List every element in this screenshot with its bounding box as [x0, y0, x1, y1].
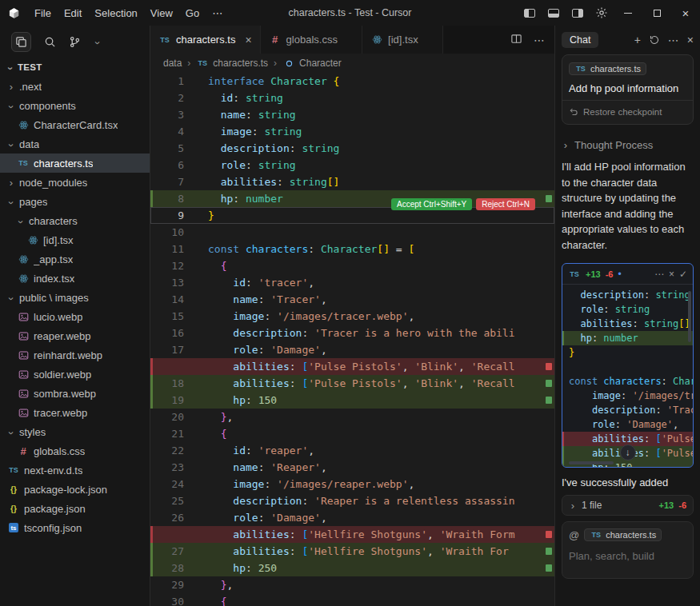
code-line-15[interactable]: 15 image: '/images/tracer.webp',: [150, 308, 554, 325]
code-line-12[interactable]: 12 {: [150, 257, 554, 274]
code-line-11[interactable]: 11const characters: Character[] = [: [150, 241, 554, 257]
breadcrumb-character[interactable]: Character: [282, 58, 342, 69]
chat-close-icon[interactable]: ×: [687, 34, 694, 46]
code-line-25[interactable]: 25 description: 'Reaper is a relentless …: [150, 492, 554, 509]
code-line-26[interactable]: 26 role: 'Damage',: [150, 509, 554, 526]
tree-folder-characters[interactable]: ›characters: [0, 211, 150, 230]
tree-file-reinhardt-webp[interactable]: reinhardt.webp: [0, 345, 150, 365]
tree-folder-next[interactable]: ›.next: [0, 77, 150, 96]
code-line-17[interactable]: 17 role: 'Damage',: [150, 341, 554, 358]
diff-preview[interactable]: description: string role: string abiliti…: [562, 285, 693, 468]
editor-more-icon[interactable]: ⋯: [534, 34, 545, 46]
new-chat-icon[interactable]: +: [634, 34, 641, 46]
tree-file-charactercard-tsx[interactable]: CharacterCard.tsx: [0, 115, 150, 134]
breadcrumb-characters-ts[interactable]: TScharacters.ts: [196, 58, 268, 69]
chevron-down-icon[interactable]: ›: [94, 36, 102, 48]
tree-folder-pages[interactable]: ›pages: [0, 192, 150, 211]
tree-file-index-tsx[interactable]: index.tsx: [0, 269, 150, 288]
code-line-2[interactable]: 2 id: string: [150, 90, 554, 106]
tree-folder-public-images[interactable]: ›public \ images: [0, 288, 150, 307]
reject-button[interactable]: Reject Ctrl+N: [476, 198, 535, 210]
code-line-30[interactable]: 30 {: [150, 593, 554, 606]
code-line-23[interactable]: 23 name: 'Reaper',: [150, 459, 554, 476]
explorer-root[interactable]: › TEST: [0, 58, 150, 77]
breadcrumb-data[interactable]: data: [163, 58, 182, 69]
tree-file-app-tsx[interactable]: _app.tsx: [0, 249, 150, 269]
tree-file-package-json[interactable]: {}package.json: [0, 499, 150, 518]
menu-file[interactable]: File: [28, 7, 58, 19]
layout-panel-right-icon[interactable]: [566, 0, 590, 26]
close-button[interactable]: ×: [671, 0, 700, 26]
code-line-13[interactable]: 13 id: 'tracer',: [150, 274, 554, 291]
layout-panel-left-icon[interactable]: [518, 0, 542, 26]
code-line-24[interactable]: 24 image: '/images/reaper.webp',: [150, 476, 554, 492]
code-line-9[interactable]: 9}Accept Ctrl+Shift+YReject Ctrl+N: [150, 207, 554, 224]
code-line-1[interactable]: 1interface Character {: [150, 73, 554, 90]
menu-selection[interactable]: Selection: [88, 7, 143, 19]
tree-file-soldier-webp[interactable]: soldier.webp: [0, 365, 150, 384]
chat-more-icon[interactable]: ⋯: [668, 34, 679, 46]
maximize-button[interactable]: [642, 0, 671, 26]
code-line-20[interactable]: 20 },: [150, 409, 554, 425]
tab-close-icon[interactable]: ×: [245, 34, 251, 46]
code-line-7[interactable]: 7 abilities: string[]: [150, 173, 554, 190]
history-icon[interactable]: [649, 34, 660, 46]
tree-file-tracer-webp[interactable]: tracer.webp: [0, 403, 150, 422]
code-line-6[interactable]: 6 role: string: [150, 157, 554, 173]
chat-tab[interactable]: Chat: [562, 32, 598, 48]
code-line-5[interactable]: 5 description: string: [150, 140, 554, 157]
diff-accept-icon[interactable]: ✓: [679, 269, 687, 280]
code-line-18[interactable]: 18 abilities: ['Pulse Pistols', 'Blink',…: [150, 375, 554, 392]
tab-id-tsx[interactable]: [id].tsx×: [362, 26, 443, 54]
code-line-19[interactable]: 19 hp: 150: [150, 392, 554, 409]
tab-characters-ts[interactable]: TScharacters.ts×: [150, 26, 261, 54]
code-line-28[interactable]: 28 hp: 250: [150, 560, 554, 576]
code-line-deleted[interactable]: abilities: ['Hellfire Shotguns', 'Wraith…: [150, 526, 554, 543]
menu-edit[interactable]: Edit: [58, 7, 88, 19]
code-line-14[interactable]: 14 name: 'Tracer',: [150, 291, 554, 308]
chat-input[interactable]: @ TS characters.ts Plan, search, build: [562, 521, 694, 579]
menu-view[interactable]: View: [144, 7, 179, 19]
restore-checkpoint-button[interactable]: Restore checkpoint: [569, 106, 686, 118]
files-changed-bar[interactable]: › 1 file +13 -6: [562, 495, 694, 516]
tree-file-characters-ts[interactable]: TScharacters.ts: [0, 153, 150, 173]
settings-gear-icon[interactable]: [590, 0, 614, 26]
code-line-22[interactable]: 22 id: 'reaper',: [150, 442, 554, 459]
code-editor[interactable]: 1interface Character {2 id: string3 name…: [150, 73, 554, 606]
code-line-deleted[interactable]: abilities: ['Pulse Pistols', 'Blink', 'R…: [150, 358, 554, 375]
code-line-16[interactable]: 16 description: 'Tracer is a hero with t…: [150, 325, 554, 341]
diff-hscrollbar[interactable]: [569, 461, 614, 464]
search-icon[interactable]: [44, 36, 56, 48]
layout-panel-bottom-icon[interactable]: [542, 0, 566, 26]
tree-file-next-env-d-ts[interactable]: TSnext-env.d.ts: [0, 460, 150, 480]
menu-[interactable]: ⋯: [206, 7, 229, 19]
mention-icon[interactable]: @: [569, 529, 579, 541]
tree-folder-styles[interactable]: ›styles: [0, 422, 150, 441]
context-file-chip[interactable]: TS characters.ts: [584, 528, 662, 541]
code-line-3[interactable]: 3 name: string: [150, 106, 554, 123]
tree-folder-node-modules[interactable]: ›node_modules: [0, 173, 150, 192]
diff-more-icon[interactable]: ⋯: [654, 269, 664, 280]
checkpoint-file-chip[interactable]: TS characters.ts: [569, 62, 646, 75]
tree-folder-components[interactable]: ›components: [0, 96, 150, 115]
thought-process-toggle[interactable]: › Thought Process: [562, 139, 694, 151]
explorer-icon[interactable]: [11, 32, 31, 52]
diff-reject-icon[interactable]: ×: [669, 269, 674, 280]
overview-ruler[interactable]: [543, 73, 554, 606]
tab-globals-css[interactable]: #globals.css×: [261, 26, 363, 54]
tree-file-globals-css[interactable]: #globals.css: [0, 441, 150, 460]
tree-file-package-lock-json[interactable]: {}package-lock.json: [0, 480, 150, 499]
tree-file-lucio-webp[interactable]: lucio.webp: [0, 307, 150, 326]
code-line-21[interactable]: 21 {: [150, 425, 554, 442]
tree-folder-data[interactable]: ›data: [0, 134, 150, 153]
tree-file-reaper-webp[interactable]: reaper.webp: [0, 326, 150, 345]
tree-file-tsconfig-json[interactable]: tstsconfig.json: [0, 518, 150, 537]
split-editor-icon[interactable]: [510, 33, 522, 47]
code-line-4[interactable]: 4 image: string: [150, 123, 554, 140]
menu-go[interactable]: Go: [179, 7, 206, 19]
tree-file-id-tsx[interactable]: [id].tsx: [0, 230, 150, 249]
scroll-down-icon[interactable]: ↓: [620, 445, 636, 460]
minimize-button[interactable]: [614, 0, 642, 26]
tree-file-sombra-webp[interactable]: sombra.webp: [0, 384, 150, 403]
code-line-27[interactable]: 27 abilities: ['Hellfire Shotguns', 'Wra…: [150, 543, 554, 560]
